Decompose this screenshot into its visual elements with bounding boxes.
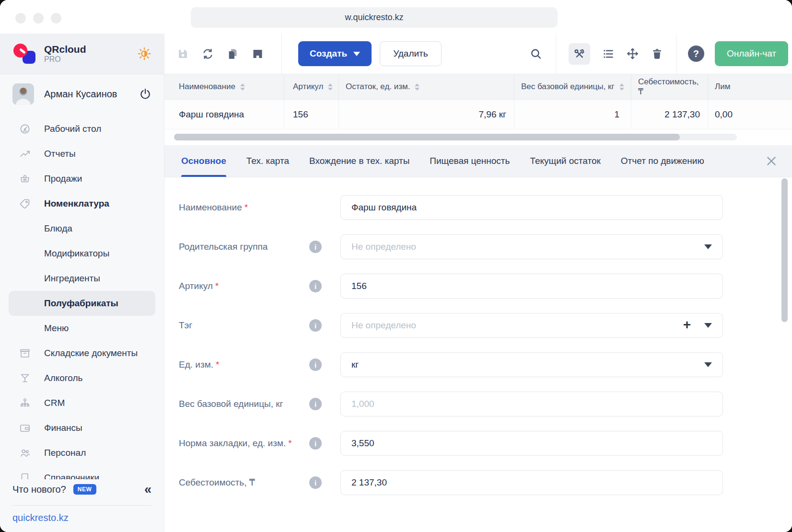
sidebar-item-finance[interactable]: Финансы [0, 416, 164, 440]
sidebar-item-sales[interactable]: Продажи [0, 166, 164, 191]
sidebar-item-label: Складские документы [44, 348, 138, 359]
cell-cost: 2 137,30 [631, 100, 708, 129]
parent-group-select[interactable]: Не определено [340, 234, 723, 259]
tab-main[interactable]: Основное [171, 145, 236, 177]
finance-wallet-icon [19, 422, 31, 434]
move-icon[interactable] [626, 47, 639, 60]
sidebar-item-menu[interactable]: Меню [0, 316, 164, 341]
vertical-scrollbar-thumb[interactable] [781, 178, 788, 322]
sort-icon [619, 83, 624, 91]
save-icon[interactable] [176, 47, 189, 60]
info-icon[interactable]: i [309, 280, 322, 292]
refresh-icon[interactable] [201, 47, 214, 60]
avatar [12, 83, 34, 105]
address-bar[interactable]: w.quickresto.kz [191, 7, 558, 28]
field-name: Наименование* Фарш говядина [179, 195, 792, 220]
add-tag-icon[interactable]: + [683, 318, 691, 332]
base-unit-weight-input[interactable]: 1,000 [340, 392, 723, 416]
info-icon[interactable]: i [309, 437, 322, 450]
sidebar-item-dashboard[interactable]: Рабочий стол [0, 116, 164, 141]
sidebar-item-warehouse-docs[interactable]: Складские документы [0, 341, 164, 366]
copy-icon[interactable] [226, 47, 239, 60]
sidebar-item-label: Номенклатура [44, 198, 109, 209]
toolbar: Создать Удалить [164, 34, 792, 74]
scrollbar-thumb[interactable] [174, 134, 680, 140]
site-link[interactable]: quickresto.kz [12, 511, 151, 527]
search-icon[interactable] [529, 47, 542, 60]
tab-window-icon[interactable] [251, 47, 264, 60]
sidebar-item-alcohol[interactable]: Алкоголь [0, 366, 164, 391]
sidebar-item-label: Финансы [44, 423, 82, 433]
tag-select[interactable]: Не определено + [340, 313, 723, 338]
tab-nutrition[interactable]: Пищевая ценность [419, 145, 520, 177]
reports-icon [19, 148, 31, 160]
close-icon[interactable] [765, 155, 778, 167]
sidebar-item-directories[interactable]: Справочники [0, 465, 164, 479]
info-icon[interactable]: i [309, 241, 322, 253]
trash-icon[interactable] [651, 47, 664, 60]
sort-icon [415, 83, 419, 91]
detail-tabs: Основное Тех. карта Вхождение в тех. кар… [164, 145, 792, 177]
whats-new-row[interactable]: Что нового? NEW « [12, 479, 151, 499]
window-maximize-dot[interactable] [51, 13, 61, 23]
info-icon[interactable]: i [309, 398, 322, 410]
help-icon[interactable]: ? [688, 46, 704, 62]
directories-book-icon [19, 472, 31, 479]
window-close-dot[interactable] [15, 13, 26, 23]
horizontal-scrollbar [164, 129, 792, 145]
table-row[interactable]: Фарш говядина 156 7,96 кг 1 2 137,30 0,0… [164, 100, 792, 129]
required-mark: * [245, 202, 248, 212]
brand-plan: PRO [44, 55, 86, 64]
online-chat-button[interactable]: Онлайн-чат [715, 41, 788, 66]
info-icon[interactable]: i [309, 319, 322, 332]
tab-movement-report[interactable]: Отчет по движению [611, 145, 714, 177]
column-header-name[interactable]: Наименование [164, 74, 284, 99]
divider [12, 505, 151, 506]
sku-input[interactable]: 156 [340, 274, 723, 299]
cell-stock: 7,96 кг [339, 100, 514, 129]
sidebar: QRcloud PRO [0, 34, 164, 532]
sidebar-item-semifinished[interactable]: Полуфабрикаты [9, 291, 155, 316]
sidebar-item-staff[interactable]: Персонал [0, 440, 164, 465]
sidebar-item-crm[interactable]: CRM [0, 391, 164, 416]
logout-power-icon[interactable] [139, 88, 151, 100]
url-text: w.quickresto.kz [345, 12, 403, 23]
sidebar-item-label: Модификаторы [44, 248, 109, 259]
field-unit: Ед. изм.* i кг [179, 352, 792, 377]
required-mark: * [216, 359, 219, 370]
portion-norm-input[interactable]: 3,550 [340, 431, 723, 456]
sidebar-item-dishes[interactable]: Блюда [0, 216, 164, 241]
delete-button[interactable]: Удалить [380, 41, 442, 66]
sidebar-menu: Рабочий стол Отчеты Продажи [0, 112, 164, 479]
column-header-cost[interactable]: Себестоимость, ₸ [631, 74, 708, 99]
info-icon[interactable]: i [309, 359, 322, 371]
collapse-sidebar-icon[interactable]: « [144, 483, 151, 496]
sidebar-item-label: CRM [44, 398, 65, 408]
cost-input[interactable]: 2 137,30 [340, 470, 723, 495]
list-view-icon[interactable] [602, 47, 615, 60]
theme-sun-icon[interactable] [137, 46, 151, 61]
required-mark: * [215, 281, 219, 291]
tab-tech-card-usage[interactable]: Вхождение в тех. карты [299, 145, 419, 177]
sidebar-item-nomenclature[interactable]: Номенклатура [0, 191, 164, 216]
sidebar-item-label: Блюда [44, 223, 72, 234]
sidebar-item-modifiers[interactable]: Модификаторы [0, 241, 164, 266]
window-controls[interactable] [15, 13, 61, 23]
table-settings-active[interactable] [569, 43, 590, 65]
column-header-base-weight[interactable]: Вес базовой единицы, кг [514, 74, 631, 99]
column-header-limit[interactable]: Лим [708, 74, 792, 99]
sidebar-item-ingredients[interactable]: Ингредиенты [0, 266, 164, 291]
column-header-sku[interactable]: Артикул [284, 74, 339, 99]
user-row[interactable]: Арман Кусаинов [0, 76, 164, 112]
create-button[interactable]: Создать [298, 41, 372, 66]
app-window: w.quickresto.kz QRcloud PRO [0, 0, 792, 532]
info-icon[interactable]: i [309, 476, 322, 489]
tab-current-stock[interactable]: Текущий остаток [520, 145, 610, 177]
unit-select[interactable]: кг [340, 352, 723, 377]
tab-tech-card[interactable]: Тех. карта [236, 145, 299, 177]
name-input[interactable]: Фарш говядина [340, 195, 723, 220]
sidebar-item-reports[interactable]: Отчеты [0, 141, 164, 166]
cell-limit: 0,00 [708, 100, 792, 129]
window-minimize-dot[interactable] [33, 13, 44, 23]
column-header-stock[interactable]: Остаток, ед. изм. [339, 74, 514, 99]
